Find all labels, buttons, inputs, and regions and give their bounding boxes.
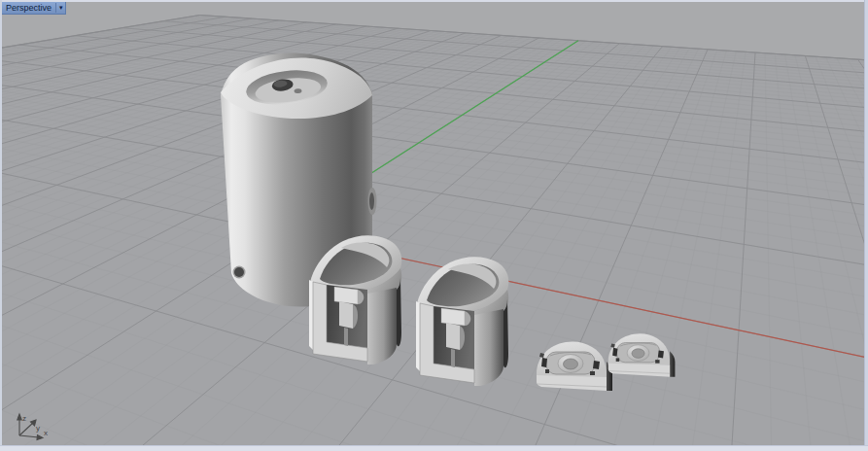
rhino-viewport-window: Perspective ▾ z y x xyxy=(0,0,868,451)
lanyard-hole xyxy=(234,267,244,277)
gizmo-x-axis xyxy=(19,435,39,437)
gizmo-y-axis xyxy=(19,423,33,435)
gizmo-x-label: x xyxy=(44,429,48,437)
gizmo-y-label: y xyxy=(36,424,40,433)
object-cap-section-right[interactable] xyxy=(416,257,508,386)
viewport-menu-arrow-icon[interactable]: ▾ xyxy=(59,2,63,14)
viewport-title-divider xyxy=(55,3,56,13)
perspective-viewport[interactable]: Perspective ▾ z y x xyxy=(0,0,868,451)
frame-border-top xyxy=(0,0,868,2)
frame-border-left xyxy=(0,0,2,451)
world-axes-gizmo: z y x xyxy=(12,412,56,445)
gizmo-z-label: z xyxy=(22,414,26,423)
scene-objects xyxy=(0,0,868,451)
viewport-title[interactable]: Perspective xyxy=(6,2,52,14)
object-insert-left[interactable] xyxy=(537,341,612,391)
viewport-title-tab[interactable]: Perspective ▾ xyxy=(2,2,66,15)
frame-border-right[interactable] xyxy=(864,0,868,451)
frame-border-bottom[interactable] xyxy=(0,445,868,451)
object-insert-right[interactable] xyxy=(608,333,676,377)
